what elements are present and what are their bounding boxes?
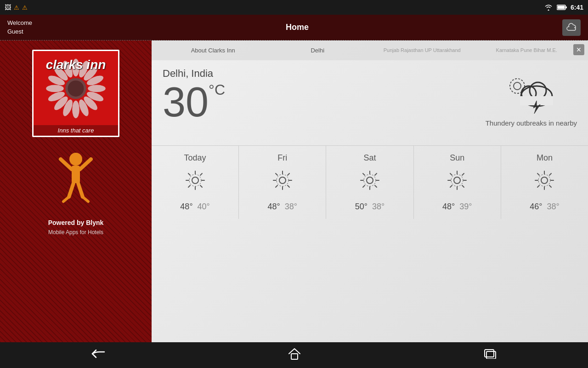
- svg-line-64: [375, 173, 377, 175]
- home-icon: [288, 348, 301, 360]
- svg-rect-1: [565, 6, 567, 8]
- svg-line-72: [450, 173, 452, 175]
- svg-rect-2: [557, 6, 565, 9]
- nav-bar: [0, 342, 588, 368]
- sun-icon-4: [534, 170, 554, 190]
- welcome-text: Welcome Guest: [7, 19, 32, 35]
- sun-icon-0: [185, 170, 205, 190]
- svg-point-20: [68, 80, 84, 97]
- mascot-figure: [55, 151, 96, 215]
- recents-icon: [484, 349, 497, 359]
- forecast-sun: Sun 48°: [414, 146, 501, 219]
- svg-line-52: [276, 173, 277, 175]
- sun-icon-1: [272, 170, 293, 190]
- warning-icon-1: ⚠: [14, 4, 19, 11]
- forecast-day-0: Today: [184, 153, 206, 163]
- svg-line-54: [288, 173, 289, 175]
- svg-line-27: [63, 197, 69, 201]
- close-button[interactable]: ✕: [573, 44, 584, 55]
- svg-line-62: [363, 173, 365, 175]
- svg-point-57: [364, 174, 376, 186]
- weather-condition-text: Thundery outbreaks in nearby: [486, 119, 577, 127]
- weather-left: Delhi, India 30 °C: [163, 68, 225, 123]
- sun-icon-3: [447, 170, 467, 190]
- logo-tagline: Inns that care: [34, 125, 118, 136]
- svg-point-76: [541, 177, 548, 184]
- forecast-day-4: Mon: [537, 153, 553, 163]
- back-icon: [91, 348, 105, 359]
- cloud-icon: [566, 23, 577, 32]
- svg-point-56: [367, 177, 373, 184]
- forecast-sat: Sat 50°: [326, 146, 413, 219]
- forecast-icon-3: [447, 170, 467, 195]
- weather-temperature: 30: [163, 81, 209, 123]
- forecast-day-1: Fri: [277, 153, 287, 163]
- action-bar: Welcome Guest Home: [0, 15, 588, 40]
- svg-rect-86: [291, 354, 298, 359]
- forecast-mon: Mon 46°: [501, 146, 588, 219]
- status-right-icons: 6:41: [544, 4, 583, 11]
- svg-point-77: [538, 174, 550, 186]
- forecast-temps-4: 46° 38°: [530, 202, 559, 212]
- nav-south[interactable]: Karnataka Pune Bihar M.E.: [475, 45, 579, 56]
- back-button[interactable]: [82, 345, 114, 366]
- logo-clarks: clarks inn: [34, 58, 118, 71]
- weather-unit: °C: [209, 81, 225, 98]
- forecast-today: Today: [152, 146, 239, 219]
- forecast-icon-2: [360, 170, 380, 195]
- svg-point-11: [72, 101, 79, 119]
- forecast-temps-1: 48° 38°: [268, 202, 297, 212]
- svg-line-75: [450, 185, 452, 187]
- sidebar: clarks inn Inns that care: [0, 40, 152, 342]
- svg-line-63: [375, 185, 377, 187]
- svg-line-85: [537, 185, 539, 187]
- warning-icon-2: ⚠: [22, 4, 28, 11]
- svg-point-7: [88, 85, 106, 92]
- svg-line-26: [78, 183, 83, 197]
- svg-line-25: [69, 183, 74, 197]
- svg-line-84: [549, 173, 551, 175]
- weather-location: Delhi, India: [163, 68, 225, 80]
- svg-line-44: [200, 173, 202, 175]
- svg-line-83: [549, 185, 551, 187]
- hotel-logo: clarks inn Inns that care: [32, 50, 119, 137]
- svg-point-36: [192, 177, 198, 184]
- home-button[interactable]: [279, 344, 310, 366]
- forecast-temps-2: 50° 38°: [355, 202, 384, 212]
- forecast-icon-4: [534, 170, 554, 195]
- svg-line-73: [462, 185, 464, 187]
- nav-delhi[interactable]: Delhi: [266, 45, 370, 56]
- sun-icon-2: [360, 170, 380, 190]
- image-icon: 🖼: [5, 4, 11, 11]
- forecast-temps-0: 48° 40°: [180, 202, 209, 212]
- svg-point-66: [454, 177, 460, 184]
- svg-line-45: [188, 185, 190, 187]
- svg-point-37: [189, 174, 201, 186]
- nav-about[interactable]: About Clarks Inn: [161, 45, 266, 56]
- forecast-temps-3: 48° 39°: [442, 202, 472, 212]
- svg-line-82: [537, 173, 539, 175]
- status-icons: 🖼 ⚠ ⚠: [5, 4, 28, 11]
- svg-line-43: [200, 185, 202, 187]
- weather-condition-area: Thundery outbreaks in nearby: [486, 72, 577, 127]
- time-display: 6:41: [571, 4, 583, 11]
- svg-point-21: [69, 153, 82, 166]
- weather-button[interactable]: [562, 19, 581, 36]
- svg-point-30: [514, 82, 521, 90]
- powered-by-label: Powered by Blynk: [48, 219, 104, 226]
- forecast-day-2: Sat: [363, 153, 376, 163]
- svg-point-15: [46, 85, 64, 92]
- svg-point-46: [279, 177, 286, 184]
- forecast-icon-0: [185, 170, 205, 195]
- page-title: Home: [286, 23, 309, 32]
- svg-line-53: [288, 185, 289, 187]
- forecast-day-3: Sun: [450, 153, 464, 163]
- wifi-icon: [544, 4, 553, 11]
- weather-content: Delhi, India 30 °C: [152, 60, 588, 142]
- weather-panel: ✕ About Clarks Inn Delhi Punjab Rajastha…: [152, 40, 588, 342]
- recents-button[interactable]: [475, 345, 506, 365]
- svg-line-74: [462, 173, 464, 175]
- mobile-apps-label: Mobile Apps for Hotels: [48, 229, 103, 236]
- status-bar: 🖼 ⚠ ⚠ 6:41: [0, 0, 588, 15]
- nav-north[interactable]: Punjab Rajasthan UP Uttarakhand: [370, 45, 475, 56]
